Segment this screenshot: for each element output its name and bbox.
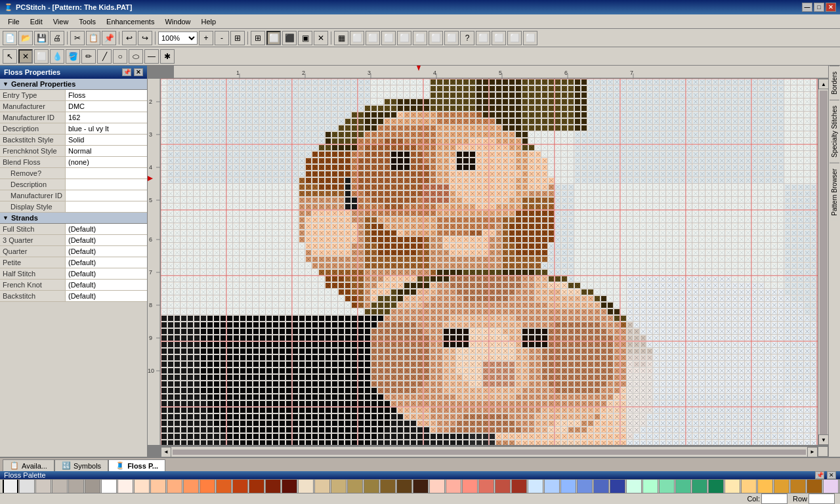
palette-swatch-36[interactable] bbox=[593, 479, 609, 493]
palette-swatch-24[interactable] bbox=[396, 479, 412, 493]
palette-swatch-45[interactable] bbox=[741, 479, 757, 493]
scroll-up-button[interactable]: ▲ bbox=[818, 79, 829, 89]
palette-swatch-15[interactable] bbox=[249, 479, 264, 493]
palette-swatch-44[interactable] bbox=[724, 479, 740, 493]
borders-tab[interactable]: Borders bbox=[830, 66, 839, 100]
close-panel-button[interactable]: ✕ bbox=[134, 68, 143, 76]
palette-swatch-22[interactable] bbox=[364, 479, 379, 493]
general-properties-header[interactable]: ▼ General Properties bbox=[0, 79, 147, 90]
scroll-down-button[interactable]: ▼ bbox=[818, 434, 829, 445]
zoom-in-button[interactable]: + bbox=[199, 31, 213, 45]
pattern-scroll-area[interactable] bbox=[161, 79, 828, 445]
menu-tools[interactable]: Tools bbox=[74, 16, 101, 27]
copy-button[interactable]: 📋 bbox=[86, 31, 100, 45]
palette-swatch-2[interactable] bbox=[35, 479, 51, 493]
palette-swatch-12[interactable] bbox=[200, 479, 215, 493]
palette-swatch-25[interactable] bbox=[413, 479, 429, 493]
pencil-button[interactable]: ✏ bbox=[81, 49, 96, 64]
star-button[interactable]: ✱ bbox=[160, 49, 175, 64]
view7-button[interactable]: ⬜ bbox=[429, 31, 443, 45]
flood-fill-button[interactable]: 🪣 bbox=[66, 49, 80, 64]
pattern-canvas[interactable] bbox=[161, 79, 828, 445]
erase-stitch-button[interactable]: ⬜ bbox=[34, 49, 49, 64]
palette-swatch-27[interactable] bbox=[446, 479, 461, 493]
palette-swatch-16[interactable] bbox=[265, 479, 281, 493]
palette-swatch-28[interactable] bbox=[462, 479, 478, 493]
undo-button[interactable]: ↩ bbox=[122, 31, 136, 45]
palette-swatch-33[interactable] bbox=[544, 479, 560, 493]
restore-button[interactable]: □ bbox=[814, 3, 824, 12]
circle-button[interactable]: ○ bbox=[113, 49, 127, 64]
paste-button[interactable]: 📌 bbox=[102, 31, 116, 45]
ellipse-button[interactable]: ⬭ bbox=[129, 49, 143, 64]
palette-swatch-13[interactable] bbox=[216, 479, 232, 493]
palette-swatch-5[interactable] bbox=[85, 479, 100, 493]
palette-swatch-8[interactable] bbox=[134, 479, 150, 493]
palette-swatch-4[interactable] bbox=[68, 479, 84, 493]
palette-swatch-49[interactable] bbox=[807, 479, 822, 493]
palette-swatch-17[interactable] bbox=[282, 479, 297, 493]
scroll-left-button[interactable]: ◄ bbox=[161, 447, 171, 457]
cut-button[interactable]: ✂ bbox=[70, 31, 85, 45]
palette-swatch-6[interactable] bbox=[101, 479, 117, 493]
pin-palette-button[interactable]: 📌 bbox=[815, 471, 824, 479]
palette-swatch-48[interactable] bbox=[790, 479, 806, 493]
specialty-stitches-tab[interactable]: Specialty Stitches bbox=[830, 100, 839, 163]
palette-swatch-1[interactable] bbox=[19, 479, 35, 493]
palette-swatch-47[interactable] bbox=[774, 479, 789, 493]
palette-swatch-35[interactable] bbox=[577, 479, 593, 493]
color-picker-button[interactable]: 💧 bbox=[50, 49, 64, 64]
palette-swatch-29[interactable] bbox=[478, 479, 494, 493]
view5-button[interactable]: ⬜ bbox=[397, 31, 411, 45]
dash-button[interactable]: — bbox=[144, 49, 159, 64]
redo-button[interactable]: ↪ bbox=[138, 31, 152, 45]
menu-edit[interactable]: Edit bbox=[25, 16, 48, 27]
palette-swatch-10[interactable] bbox=[167, 479, 182, 493]
symbols-tab[interactable]: 🔣 Symbols bbox=[54, 459, 108, 471]
view8-button[interactable]: ⬜ bbox=[444, 31, 459, 45]
pattern-browser-tab[interactable]: Pattern Browser bbox=[830, 163, 839, 221]
scroll-right-button[interactable]: ► bbox=[807, 447, 818, 457]
palette-swatch-40[interactable] bbox=[659, 479, 675, 493]
menu-window[interactable]: Window bbox=[159, 16, 196, 27]
palette-swatch-41[interactable] bbox=[675, 479, 691, 493]
palette-swatch-18[interactable] bbox=[298, 479, 314, 493]
palette-swatch-50[interactable] bbox=[823, 479, 839, 493]
pin-panel-button[interactable]: 📌 bbox=[122, 68, 131, 76]
view6-button[interactable]: ⬜ bbox=[413, 31, 427, 45]
palette-swatch-42[interactable] bbox=[692, 479, 707, 493]
pointer-button[interactable]: ↖ bbox=[3, 49, 17, 64]
strands-header[interactable]: ▼ Strands bbox=[0, 213, 147, 224]
view3-button[interactable]: ⬜ bbox=[366, 31, 380, 45]
print-button[interactable]: 🖨 bbox=[50, 31, 64, 45]
line-button[interactable]: ╱ bbox=[97, 49, 112, 64]
save-button[interactable]: 💾 bbox=[34, 31, 49, 45]
palette-swatch-14[interactable] bbox=[232, 479, 248, 493]
palette-swatch-34[interactable] bbox=[560, 479, 576, 493]
view1-button[interactable]: ▦ bbox=[334, 31, 348, 45]
palette-swatch-11[interactable] bbox=[183, 479, 199, 493]
select4-button[interactable]: ✕ bbox=[314, 31, 328, 45]
palette-swatch-39[interactable] bbox=[642, 479, 658, 493]
palette-swatch-0[interactable] bbox=[3, 479, 18, 493]
view4-button[interactable]: ⬜ bbox=[381, 31, 396, 45]
view2-button[interactable]: ⬜ bbox=[350, 31, 364, 45]
menu-file[interactable]: File bbox=[3, 16, 25, 27]
horizontal-scrollbar[interactable]: ◄ ► bbox=[161, 446, 818, 457]
palette-swatch-23[interactable] bbox=[380, 479, 396, 493]
select-button[interactable]: ⬜ bbox=[266, 31, 281, 45]
palette-swatch-46[interactable] bbox=[757, 479, 773, 493]
close-palette-button[interactable]: ✕ bbox=[827, 471, 836, 479]
close-button[interactable]: ✕ bbox=[826, 3, 836, 12]
palette-swatch-3[interactable] bbox=[52, 479, 68, 493]
select3-button[interactable]: ▣ bbox=[298, 31, 312, 45]
palette-swatch-20[interactable] bbox=[331, 479, 346, 493]
palette-swatch-43[interactable] bbox=[708, 479, 724, 493]
menu-enhancements[interactable]: Enhancements bbox=[101, 16, 159, 27]
view13-button[interactable]: ⬜ bbox=[523, 31, 537, 45]
open-button[interactable]: 📂 bbox=[18, 31, 33, 45]
view9-button[interactable]: ? bbox=[460, 31, 474, 45]
zoom-fit-button[interactable]: ⊞ bbox=[230, 31, 245, 45]
floss-palette-tab[interactable]: 🧵 Floss P... bbox=[108, 459, 165, 471]
palette-swatch-19[interactable] bbox=[314, 479, 330, 493]
